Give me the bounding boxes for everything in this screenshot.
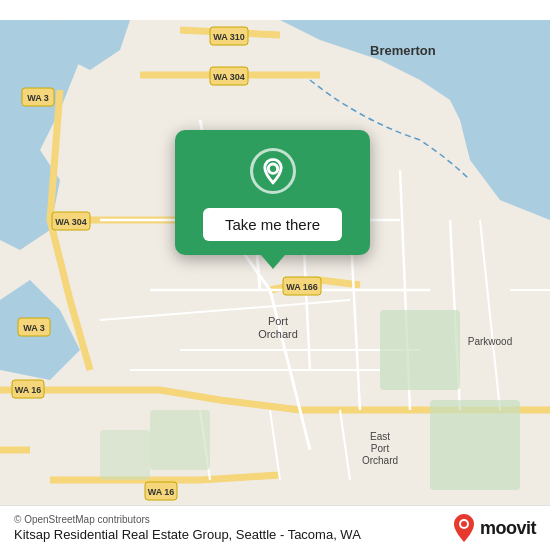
location-icon-wrap bbox=[250, 148, 296, 194]
svg-text:WA 16: WA 16 bbox=[148, 487, 175, 497]
svg-text:Orchard: Orchard bbox=[362, 455, 398, 466]
svg-text:WA 304: WA 304 bbox=[213, 72, 245, 82]
svg-text:Bremerton: Bremerton bbox=[370, 43, 436, 58]
map-background: WA 310 WA 304 WA 3 WA 304 WA 3 WA 166 WA… bbox=[0, 0, 550, 550]
svg-rect-1 bbox=[380, 310, 460, 390]
svg-text:East: East bbox=[370, 431, 390, 442]
attribution-text: © OpenStreetMap contributors bbox=[14, 514, 361, 525]
svg-text:WA 310: WA 310 bbox=[213, 32, 245, 42]
svg-text:WA 166: WA 166 bbox=[286, 282, 318, 292]
take-me-there-button[interactable]: Take me there bbox=[203, 208, 342, 241]
svg-text:Parkwood: Parkwood bbox=[468, 336, 512, 347]
svg-point-28 bbox=[268, 164, 277, 173]
svg-text:WA 3: WA 3 bbox=[23, 323, 45, 333]
map-container: WA 310 WA 304 WA 3 WA 304 WA 3 WA 166 WA… bbox=[0, 0, 550, 550]
popup-card: Take me there bbox=[175, 130, 370, 255]
location-pin-icon bbox=[259, 157, 287, 185]
moovit-brand-text: moovit bbox=[480, 518, 536, 539]
svg-text:WA 16: WA 16 bbox=[15, 385, 42, 395]
svg-rect-4 bbox=[100, 430, 150, 480]
svg-text:Port: Port bbox=[268, 315, 288, 327]
svg-rect-3 bbox=[150, 410, 210, 470]
svg-text:Orchard: Orchard bbox=[258, 328, 298, 340]
location-name-text: Kitsap Residential Real Estate Group, Se… bbox=[14, 527, 361, 542]
svg-text:WA 3: WA 3 bbox=[27, 93, 49, 103]
moovit-pin-icon bbox=[453, 514, 475, 542]
svg-text:Port: Port bbox=[371, 443, 390, 454]
svg-text:WA 304: WA 304 bbox=[55, 217, 87, 227]
moovit-logo: moovit bbox=[453, 514, 536, 542]
bottom-bar: © OpenStreetMap contributors Kitsap Resi… bbox=[0, 505, 550, 550]
bottom-left: © OpenStreetMap contributors Kitsap Resi… bbox=[14, 514, 361, 542]
svg-point-30 bbox=[461, 521, 467, 527]
svg-rect-2 bbox=[430, 400, 520, 490]
